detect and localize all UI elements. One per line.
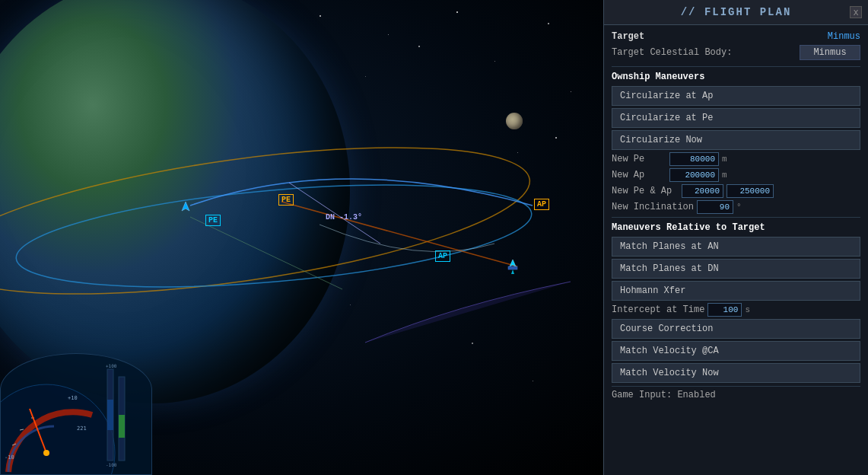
- divider-2: [612, 217, 860, 218]
- new-pe-label: New Pe: [612, 154, 666, 164]
- target-link[interactable]: Minmus: [828, 31, 860, 42]
- new-ap-input[interactable]: [669, 168, 719, 182]
- svg-marker-8: [511, 269, 514, 274]
- map-label-dn: DN -1.3°: [326, 213, 362, 222]
- intercept-row: Intercept at Time s: [612, 303, 860, 317]
- new-pe-row: New Pe m: [612, 152, 860, 166]
- target-vessel-icon: [507, 259, 519, 278]
- new-inclination-unit: °: [736, 202, 742, 212]
- new-pe-ap-label: New Pe & Ap: [612, 186, 679, 196]
- new-pe-unit: m: [722, 155, 727, 164]
- ownship-section-header: Ownship Maneuvers: [612, 72, 860, 82]
- map-label-ap2: AP: [435, 251, 450, 260]
- divider-3: [612, 386, 860, 387]
- panel-header: // FLIGHT PLAN x: [604, 0, 868, 25]
- svg-rect-17: [107, 400, 113, 430]
- new-pe-input[interactable]: [669, 152, 719, 166]
- svg-text:+10: +10: [68, 395, 78, 401]
- svg-text:+100: +100: [106, 363, 117, 368]
- course-correction-button[interactable]: Course Correction: [612, 319, 860, 339]
- target-section-row: Target Minmus: [612, 31, 860, 42]
- map-label-pe2: PE: [205, 215, 221, 225]
- status-row: Game Input: Enabled: [612, 390, 860, 400]
- svg-point-9: [1, 384, 115, 475]
- new-pe-ap-input1[interactable]: [682, 184, 723, 198]
- target-body-button[interactable]: Minmus: [800, 45, 860, 60]
- match-velocity-now-button[interactable]: Match Velocity Now: [612, 363, 860, 383]
- match-planes-an-button[interactable]: Match Planes at AN: [612, 237, 860, 257]
- match-planes-dn-button[interactable]: Match Planes at DN: [612, 259, 860, 279]
- status-label: Game Input: Enabled: [612, 390, 716, 400]
- space-background: PE PE AP AP DN -1.3°: [0, 0, 603, 475]
- target-section-label: Target: [612, 31, 644, 42]
- new-ap-label: New Ap: [612, 170, 666, 180]
- svg-marker-5: [182, 202, 189, 211]
- match-velocity-ca-button[interactable]: Match Velocity @CA: [612, 341, 860, 361]
- divider-1: [612, 66, 860, 67]
- flight-plan-panel: // FLIGHT PLAN x Target Minmus Target Ce…: [603, 0, 868, 475]
- new-pe-ap-input2[interactable]: [727, 184, 774, 198]
- new-ap-unit: m: [722, 171, 727, 180]
- svg-text:-100: -100: [106, 462, 117, 467]
- circularize-pe-button[interactable]: Circularize at Pe: [612, 108, 860, 128]
- circularize-ap-button[interactable]: Circularize at Ap: [612, 86, 860, 106]
- intercept-input[interactable]: [707, 303, 742, 317]
- map-label-ap1: AP: [534, 199, 549, 209]
- svg-rect-7: [508, 266, 517, 269]
- close-button[interactable]: x: [850, 6, 862, 18]
- hohmann-xfer-button[interactable]: Hohmann Xfer: [612, 281, 860, 301]
- svg-rect-19: [119, 415, 125, 438]
- new-inclination-row: New Inclination °: [612, 200, 860, 214]
- intercept-unit: s: [745, 305, 750, 314]
- body-label: Target Celestial Body:: [612, 47, 732, 58]
- new-ap-row: New Ap m: [612, 168, 860, 182]
- svg-text:-10: -10: [5, 454, 14, 461]
- intercept-label: Intercept at Time: [612, 304, 704, 315]
- moon: [506, 113, 523, 129]
- svg-point-23: [43, 450, 49, 456]
- planet: [0, 0, 350, 403]
- new-inclination-input[interactable]: [697, 200, 733, 214]
- panel-title: // FLIGHT PLAN: [681, 6, 792, 18]
- relative-section-header: Maneuvers Relative to Target: [612, 222, 860, 233]
- body-row: Target Celestial Body: Minmus: [612, 45, 860, 60]
- circularize-now-button[interactable]: Circularize Now: [612, 130, 860, 150]
- svg-marker-6: [510, 260, 516, 266]
- new-pe-ap-row: New Pe & Ap: [612, 184, 860, 198]
- svg-text:221: 221: [77, 426, 87, 432]
- panel-content: Target Minmus Target Celestial Body: Min…: [604, 25, 868, 475]
- new-inclination-label: New Inclination: [612, 202, 694, 212]
- instrument-panel: -10 +10 221 +100 -100: [0, 353, 152, 475]
- map-label-pe1: PE: [278, 195, 294, 204]
- spacecraft-icon: [179, 200, 191, 212]
